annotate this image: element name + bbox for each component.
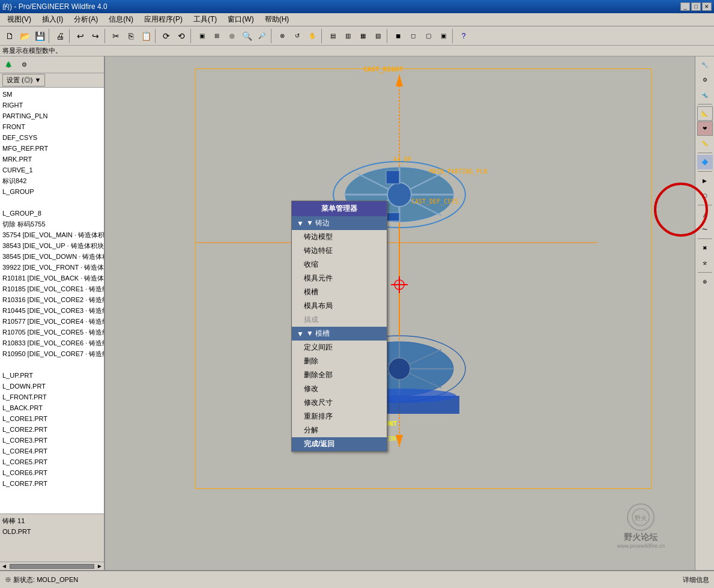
tree-item[interactable]: L_BACK.PRT [1, 402, 103, 413]
tree-item[interactable]: SM [1, 89, 103, 100]
shade4-button[interactable]: ▣ [436, 29, 450, 43]
menu-reorder[interactable]: 重新排序 [292, 410, 387, 423]
tree-item[interactable]: L_GROUP_8 [1, 208, 103, 219]
tree-item[interactable]: R10833 [DIE_VOL_CORE6 · 铸造结...] [1, 338, 103, 348]
tree-item[interactable]: DEF_CSYS [1, 132, 103, 143]
copy-button[interactable]: ⎘ [124, 29, 138, 43]
menu-delete-all[interactable]: 删除全部 [292, 368, 387, 382]
menu-mold-element[interactable]: 模具元件 [292, 271, 387, 285]
tree-item[interactable]: PARTING_PLN [1, 111, 103, 121]
shade1-button[interactable]: ◼ [391, 29, 405, 43]
tree-item[interactable]: CURVE_1 [1, 165, 103, 175]
display4-button[interactable]: ▧ [371, 29, 385, 43]
tree-item[interactable]: L_GROUP [1, 186, 103, 197]
view1-button[interactable]: ▣ [195, 29, 209, 43]
zoom-in-button[interactable]: 🔍 [240, 29, 254, 43]
tree-item[interactable]: R10316 [DIE_VOL_CORE2 · 铸造结...] [1, 294, 103, 305]
menu-modify[interactable]: 修改 [292, 382, 387, 396]
new-button[interactable]: 🗋 [2, 29, 17, 43]
rt-btn-8[interactable]: 〜 [697, 222, 713, 237]
display1-button[interactable]: ▤ [325, 29, 340, 43]
display3-button[interactable]: ▦ [355, 29, 370, 43]
tree-item[interactable]: 38543 [DIE_VOL_UP · 铸造体积块] [1, 240, 103, 251]
tree-item[interactable]: R10705 [DIE_VOL_CORE5 · 铸造结...] [1, 327, 103, 338]
tree-item[interactable]: L_DOWN.PRT [1, 381, 103, 392]
tree-item[interactable]: L_CORE2.PRT [1, 424, 103, 435]
tree-item[interactable] [1, 359, 103, 370]
tree-item[interactable]: L_CORE3.PRT [1, 435, 103, 446]
tree-item[interactable]: L_CORE6.PRT [1, 467, 103, 478]
maximize-button[interactable]: □ [691, 2, 701, 11]
model-tree[interactable]: SMRIGHTPARTING_PLNFRONTDEF_CSYSMFG_REF.P… [0, 88, 104, 514]
open-button[interactable]: 📂 [17, 29, 32, 43]
help-icon-button[interactable]: ? [456, 29, 471, 43]
rt-btn-1[interactable]: 🔧 [697, 58, 713, 72]
menu-info[interactable]: 信息(N) [104, 13, 138, 26]
menu-decompose[interactable]: 分解 [292, 423, 387, 437]
scroll-left[interactable]: ◄ [1, 563, 7, 569]
tree-item[interactable]: FRONT [1, 121, 103, 132]
tree-item[interactable]: RIGHT [1, 100, 103, 111]
cut-button[interactable]: ✂ [109, 29, 123, 43]
close-button[interactable]: ✕ [702, 2, 712, 11]
print-button[interactable]: 🖨 [53, 29, 67, 43]
regen-button[interactable]: ⟳ [159, 29, 174, 43]
save-button[interactable]: 💾 [32, 29, 47, 43]
rt-btn-11[interactable]: ⊕ [697, 274, 713, 289]
tree-item[interactable]: R10577 [DIE_VOL_CORE4 · 铸造结...] [1, 316, 103, 327]
rt-btn-4[interactable]: 🔷 [697, 155, 713, 169]
menu-insert[interactable]: 插入(I) [37, 13, 68, 26]
section-header-casting[interactable]: ▼ ▼ 铸边 [292, 216, 387, 230]
tree-item[interactable]: L_UP.PRT [1, 370, 103, 381]
rt-btn-10[interactable]: ※ [697, 256, 713, 270]
tree-item[interactable]: MFG_REF.PRT [1, 143, 103, 154]
tree-item[interactable]: L_CORE4.PRT [1, 446, 103, 456]
tree-item[interactable]: L_CORE5.PRT [1, 456, 103, 467]
shade2-button[interactable]: ◻ [406, 29, 420, 43]
tree-item[interactable]: L_FRONT.PRT [1, 392, 103, 402]
rt-btn-6[interactable]: ⬡ [697, 189, 713, 203]
redo-button[interactable]: ↪ [88, 29, 103, 43]
scroll-thumb[interactable] [10, 564, 94, 569]
menu-modify-size[interactable]: 修改尺寸 [292, 396, 387, 410]
menu-help[interactable]: 帮助(H) [260, 13, 294, 26]
menu-casting-feature[interactable]: 铸边特征 [292, 244, 387, 258]
undo-button[interactable]: ↩ [73, 29, 88, 43]
menu-delete[interactable]: 删除 [292, 354, 387, 368]
menu-integrate[interactable]: 搞成 [292, 313, 387, 327]
menu-define-pitch[interactable]: 定义间距 [292, 341, 387, 354]
view2-button[interactable]: ⊞ [210, 29, 224, 43]
tree-settings-button[interactable]: ⚙ [17, 58, 31, 72]
rt-feature-btn-1[interactable]: 📐 [697, 106, 713, 121]
tree-item[interactable]: R10185 [DIE_VOL_CORE1 · 铸造结...] [1, 283, 103, 294]
spin-button[interactable]: ↺ [290, 29, 304, 43]
section-header-cavity[interactable]: ▼ ▼ 模槽 [292, 327, 387, 341]
scroll-right[interactable]: ► [97, 563, 103, 569]
menu-view[interactable]: 视图(V) [2, 13, 36, 26]
zoom-out-button[interactable]: 🔎 [255, 29, 269, 43]
rt-btn-9[interactable]: ✖ [697, 241, 713, 255]
menu-done-return[interactable]: 完成/返回 [292, 437, 387, 451]
menu-tools[interactable]: 工具(T) [189, 13, 222, 26]
menu-analysis[interactable]: 分析(A) [69, 13, 103, 26]
left-panel-scroll[interactable]: ◄ ► [0, 562, 104, 570]
shade3-button[interactable]: ▢ [421, 29, 435, 43]
tree-item[interactable]: R10950 [DIE_VOL_CORE7 · 铸造结...] [1, 348, 103, 359]
rt-feature-btn-3[interactable]: 📏 [697, 136, 713, 151]
menu-casting-model[interactable]: 铸边模型 [292, 230, 387, 244]
menu-mold-layout[interactable]: 模具布局 [292, 299, 387, 313]
bottom-panel-item[interactable]: OLD.PRT [1, 526, 103, 537]
tree-item[interactable]: R10181 [DIE_VOL_BACK · 铸造体积...] [1, 273, 103, 283]
tree-item[interactable]: 35754 [DIE_VOL_MAIN · 铸造体积...] [1, 229, 103, 240]
rt-btn-3[interactable]: 🔩 [697, 88, 713, 102]
display2-button[interactable]: ▥ [340, 29, 355, 43]
menu-mold-cavity[interactable]: 模槽 [292, 285, 387, 299]
menu-window[interactable]: 窗口(W) [223, 13, 258, 26]
rt-btn-2[interactable]: ⚙ [697, 73, 713, 87]
tree-item[interactable]: 38545 [DIE_VOL_DOWN · 铸造体积...] [1, 251, 103, 262]
bottom-panel-item[interactable]: 铸棒 11 [1, 515, 103, 526]
tree-icon-button[interactable]: 🌲 [1, 58, 16, 72]
tree-item[interactable]: 标识842 [1, 175, 103, 186]
viewport[interactable]: CAST_RIGHT MAIN_PARTING_PLN CAST_DEF_CSY… [105, 56, 695, 570]
view3-button[interactable]: ◎ [225, 29, 239, 43]
